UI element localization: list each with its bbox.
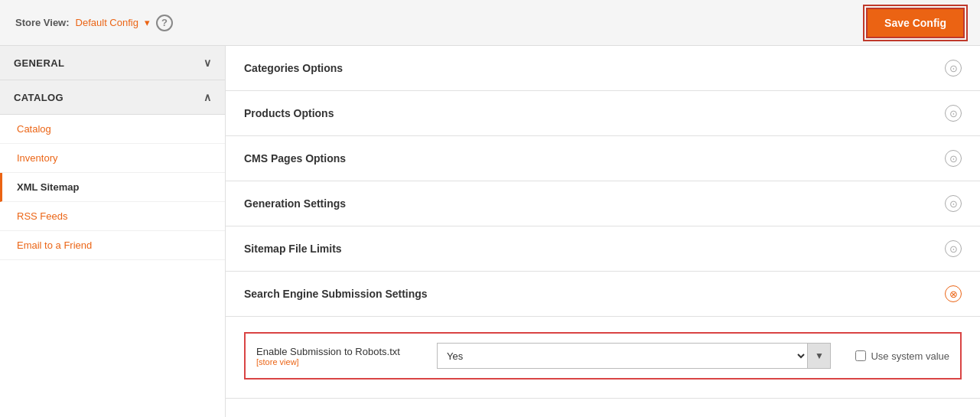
- help-icon[interactable]: ?: [156, 15, 173, 31]
- accordion-collapse-icon: ⊙: [945, 105, 962, 122]
- use-system-value-label: Use system value: [871, 350, 949, 362]
- accordion-title-categories-options: Categories Options: [244, 62, 343, 74]
- accordion-body-search-engine-submission: Enable Submission to Robots.txt [store v…: [226, 316, 980, 398]
- top-bar: Store View: Default Config ▾ ? Save Conf…: [0, 0, 980, 46]
- sidebar-item-inventory[interactable]: Inventory: [0, 144, 225, 173]
- content-area: Categories Options ⊙ Products Options ⊙ …: [226, 46, 980, 417]
- accordion-title-products-options: Products Options: [244, 107, 334, 119]
- use-system-value-checkbox[interactable]: [855, 350, 866, 361]
- accordion-header-categories-options[interactable]: Categories Options ⊙: [226, 46, 980, 90]
- sidebar-item-xml-sitemap[interactable]: XML Sitemap: [0, 173, 225, 202]
- store-view-value: Default Config: [76, 17, 138, 28]
- accordion-products-options: Products Options ⊙: [226, 91, 980, 136]
- main-layout: GENERAL ∨ CATALOG ∧ Catalog Inventory XM…: [0, 46, 980, 417]
- sidebar-section-general-label: GENERAL: [14, 57, 64, 69]
- accordion-header-generation-settings[interactable]: Generation Settings ⊙: [226, 181, 980, 226]
- store-view-chevron-icon: ▾: [145, 17, 150, 28]
- accordion-search-engine-submission: Search Engine Submission Settings ⊗ Enab…: [226, 272, 980, 399]
- save-config-button[interactable]: Save Config: [866, 8, 965, 38]
- field-row-robots-txt: Enable Submission to Robots.txt [store v…: [244, 332, 962, 380]
- sidebar-item-catalog[interactable]: Catalog: [0, 115, 225, 144]
- accordion-collapse-icon: ⊙: [945, 195, 962, 212]
- sidebar-catalog-items: Catalog Inventory XML Sitemap RSS Feeds …: [0, 115, 225, 260]
- accordion-title-search-engine-submission: Search Engine Submission Settings: [244, 288, 428, 300]
- accordion-title-generation-settings: Generation Settings: [244, 197, 346, 210]
- accordion-collapse-icon: ⊙: [945, 240, 962, 257]
- sidebar-item-email-to-friend[interactable]: Email to a Friend: [0, 231, 225, 260]
- sidebar-section-catalog-label: CATALOG: [14, 92, 63, 103]
- robots-txt-select[interactable]: Yes No: [438, 344, 807, 368]
- accordion-header-cms-pages-options[interactable]: CMS Pages Options ⊙: [226, 136, 980, 181]
- accordion-expand-icon: ⊗: [945, 285, 962, 302]
- field-select-wrap-robots-txt[interactable]: Yes No ▼: [437, 343, 831, 369]
- store-view-label: Store View:: [15, 17, 70, 28]
- accordion-categories-options: Categories Options ⊙: [226, 46, 980, 91]
- accordion-title-sitemap-file-limits: Sitemap File Limits: [244, 243, 342, 255]
- select-arrow-icon: ▼: [807, 344, 830, 368]
- accordion-header-sitemap-file-limits[interactable]: Sitemap File Limits ⊙: [226, 226, 980, 271]
- store-view-select[interactable]: Default Config ▾: [76, 17, 150, 28]
- sidebar-item-rss-feeds[interactable]: RSS Feeds: [0, 202, 225, 231]
- store-view-group: Store View: Default Config ▾ ?: [15, 15, 173, 31]
- accordion-sitemap-file-limits: Sitemap File Limits ⊙: [226, 226, 980, 272]
- sidebar-section-general[interactable]: GENERAL ∨: [0, 46, 225, 80]
- field-label-robots-txt: Enable Submission to Robots.txt [store v…: [256, 346, 425, 367]
- accordion-header-products-options[interactable]: Products Options ⊙: [226, 91, 980, 135]
- accordion-collapse-icon: ⊙: [945, 150, 962, 167]
- accordion-collapse-icon: ⊙: [945, 60, 962, 77]
- accordion-header-search-engine-submission[interactable]: Search Engine Submission Settings ⊗: [226, 272, 980, 316]
- use-system-value: Use system value: [855, 350, 949, 362]
- accordion-cms-pages-options: CMS Pages Options ⊙: [226, 136, 980, 181]
- store-view-note: [store view]: [256, 357, 425, 367]
- chevron-down-icon: ∨: [203, 57, 211, 69]
- chevron-up-icon: ∧: [203, 91, 211, 103]
- accordion-generation-settings: Generation Settings ⊙: [226, 181, 980, 226]
- sidebar-section-catalog[interactable]: CATALOG ∧: [0, 80, 225, 115]
- accordion-title-cms-pages-options: CMS Pages Options: [244, 152, 346, 165]
- sidebar: GENERAL ∨ CATALOG ∧ Catalog Inventory XM…: [0, 46, 226, 417]
